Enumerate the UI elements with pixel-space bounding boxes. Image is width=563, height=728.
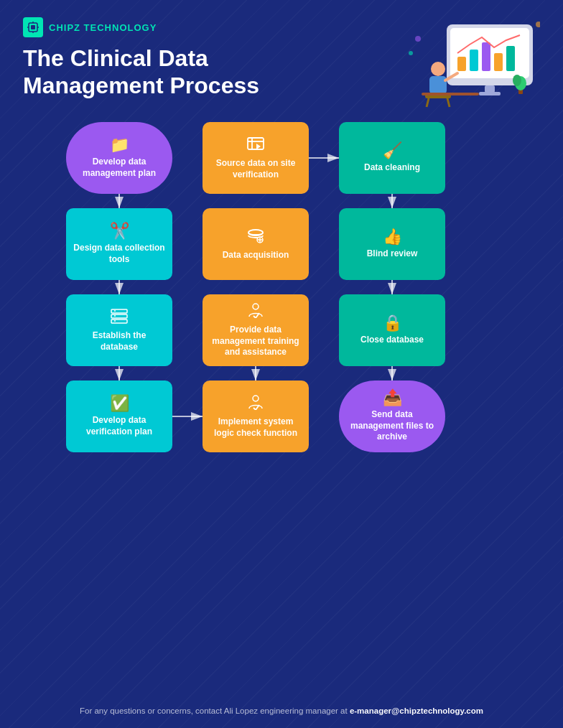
node-icon-close-db: 🔒 — [383, 315, 402, 331]
svg-rect-21 — [422, 93, 479, 95]
node-develop-verif: ✅ Develop data verification plan — [66, 381, 172, 452]
svg-rect-49 — [111, 314, 127, 318]
node-icon-provide-training — [246, 302, 265, 321]
svg-rect-12 — [506, 46, 515, 71]
svg-point-24 — [513, 75, 521, 86]
flow-diagram: 📁 Develop data management plan Source da… — [66, 122, 497, 452]
svg-rect-48 — [111, 309, 127, 313]
node-icon-design-tools: ✂️ — [110, 223, 129, 239]
node-develop-plan: 📁 Develop data management plan — [66, 122, 172, 194]
node-icon-send-archive: 📤 — [383, 390, 402, 406]
svg-marker-43 — [256, 144, 261, 149]
svg-point-27 — [536, 22, 540, 27]
node-establish-db: Establish the database — [66, 294, 172, 366]
brand-name: CHIPZ TECHNOLOGY — [49, 22, 157, 33]
header-left: CHIPZ TECHNOLOGY The Clinical Data Manag… — [23, 17, 259, 100]
header-illustration — [404, 17, 540, 111]
footer-email: e-manager@chipztechnology.com — [350, 706, 483, 715]
svg-line-19 — [427, 98, 429, 107]
svg-rect-40 — [248, 138, 264, 149]
svg-rect-1 — [31, 25, 35, 29]
svg-rect-13 — [485, 85, 495, 93]
svg-rect-10 — [482, 42, 490, 71]
node-close-db: 🔒 Close database — [339, 294, 445, 366]
svg-rect-8 — [457, 57, 466, 71]
svg-rect-9 — [470, 50, 478, 71]
svg-rect-50 — [111, 319, 127, 323]
node-source-data: Source data on site verification — [203, 122, 309, 194]
svg-rect-14 — [479, 92, 501, 95]
svg-point-25 — [415, 36, 421, 42]
svg-rect-16 — [429, 76, 447, 94]
brand: CHIPZ TECHNOLOGY — [23, 17, 259, 37]
page: CHIPZ TECHNOLOGY The Clinical Data Manag… — [0, 0, 563, 728]
node-data-cleaning: 🧹 Data cleaning — [339, 122, 445, 194]
node-icon-source-data — [246, 136, 265, 154]
node-icon-data-acquisition — [246, 228, 265, 246]
svg-line-20 — [447, 98, 450, 107]
node-icon-develop-verif: ✅ — [110, 396, 129, 411]
node-icon-develop-plan: 📁 — [110, 137, 129, 153]
svg-point-55 — [253, 396, 259, 401]
main-title: The Clinical Data Management Process — [23, 45, 259, 100]
node-icon-data-cleaning: 🧹 — [383, 143, 402, 159]
svg-point-26 — [409, 51, 413, 55]
header: CHIPZ TECHNOLOGY The Clinical Data Manag… — [23, 17, 540, 111]
node-blind-review: 👍 Blind review — [339, 208, 445, 280]
svg-point-54 — [253, 304, 259, 309]
node-send-archive: 📤 Send data management files to archive — [339, 381, 445, 452]
svg-rect-11 — [494, 53, 503, 71]
flow-grid: 📁 Develop data management plan Source da… — [66, 122, 497, 452]
node-data-acquisition: Data acquisition — [203, 208, 309, 280]
node-icon-blind-review: 👍 — [383, 229, 402, 245]
node-implement-logic: Implement system logic check function — [203, 381, 309, 452]
svg-point-15 — [431, 62, 445, 76]
node-provide-training: Provide data management training and ass… — [203, 294, 309, 366]
footer: For any questions or concerns, contact A… — [0, 706, 563, 715]
node-icon-implement-logic — [246, 394, 265, 413]
node-icon-establish-db — [110, 308, 129, 327]
brand-icon — [23, 17, 43, 37]
node-design-tools: ✂️ Design data collection tools — [66, 208, 172, 280]
